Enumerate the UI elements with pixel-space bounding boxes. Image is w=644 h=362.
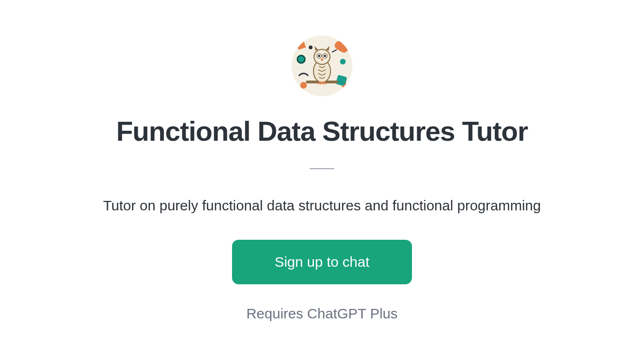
divider: [310, 168, 334, 169]
page-title: Functional Data Structures Tutor: [116, 115, 528, 147]
description-text: Tutor on purely functional data structur…: [103, 198, 541, 214]
owl-avatar-icon: [292, 36, 352, 96]
svg-point-2: [297, 55, 305, 63]
signup-button[interactable]: Sign up to chat: [232, 240, 412, 284]
svg-point-4: [340, 59, 346, 64]
svg-point-14: [318, 55, 321, 57]
svg-point-15: [324, 55, 326, 57]
svg-point-7: [309, 45, 313, 49]
avatar: [292, 36, 352, 96]
requires-text: Requires ChatGPT Plus: [246, 306, 398, 322]
svg-point-5: [300, 82, 307, 89]
